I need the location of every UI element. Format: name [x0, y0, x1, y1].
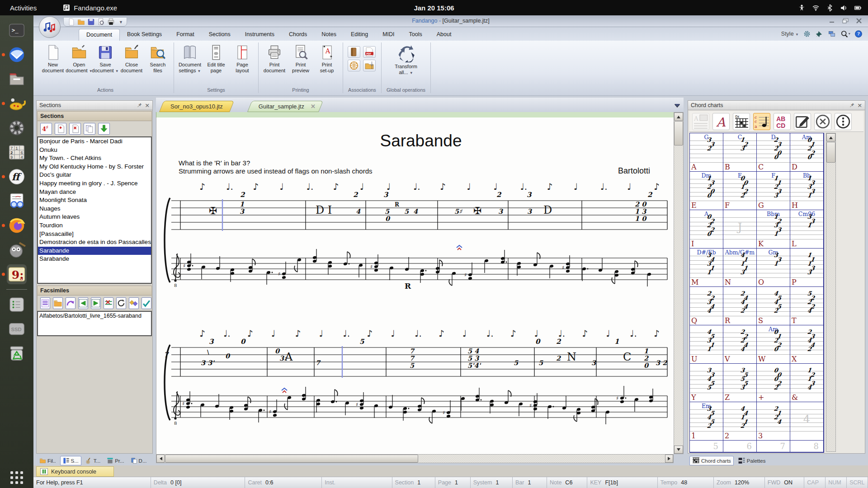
edit-icon[interactable] — [794, 113, 811, 130]
print-preview-button[interactable]: Printpreview — [288, 43, 314, 86]
facsimile-item[interactable]: Alfabetos/Bartolotti_livre_1655-saraband — [38, 312, 151, 320]
remove-list-icon[interactable] — [104, 297, 113, 309]
binder-icon[interactable] — [348, 46, 360, 58]
window-titlebar[interactable]: Fandango - [Guitar_sample.jtz] — [33, 15, 868, 27]
chord-cell-ghost[interactable]: 7 — [757, 441, 790, 452]
section-item[interactable]: Demostracion de esta in dos Passacalles — [38, 238, 151, 247]
chord-scrollbar-thumb[interactable] — [826, 142, 835, 163]
notes-doc-icon[interactable] — [40, 297, 50, 309]
chord-cell-C[interactable]: C123B — [723, 133, 757, 171]
print-document-button[interactable]: Printdocument — [261, 43, 288, 86]
panel-tab-s[interactable]: S... — [60, 456, 81, 465]
chord-cell-ghost[interactable]: 5 — [690, 441, 723, 452]
score-canvas[interactable]: SarabandeWhat is the 'R' in bar 3?Strumm… — [156, 117, 674, 454]
panel-tab-t[interactable]: T... — [83, 456, 103, 465]
qat-save-icon[interactable] — [87, 18, 95, 26]
chord-cell-Bb[interactable]: Bb13331H — [790, 172, 824, 210]
chord-cell[interactable]: 45311U — [690, 325, 723, 363]
chord-cell[interactable]: 00022+ — [757, 364, 790, 402]
chord-panel-tab-chord-charts[interactable]: Chord charts — [689, 456, 734, 465]
chord-cell-ghost[interactable]: 6 — [723, 441, 757, 452]
section-item[interactable]: Happy meeting in glory . - J. Spence — [38, 179, 151, 188]
horizontal-scrollbar[interactable] — [156, 454, 674, 463]
chord-cell-Cm96[interactable]: Cm96331L — [790, 210, 824, 248]
section-item[interactable]: Sarabande — [38, 247, 151, 255]
document-settings-button[interactable]: Documentsettings ▼ — [177, 43, 203, 86]
focused-app-title[interactable]: Fandango.exe — [63, 4, 117, 12]
section-item[interactable]: Tourdion — [38, 221, 151, 230]
quick-access-toolbar[interactable]: ▼ — [63, 17, 127, 27]
chord-cell[interactable]: 22244V — [723, 325, 757, 363]
chord-cell[interactable]: 12134& — [790, 364, 824, 402]
edittitle-page-button[interactable]: Edit titlepage — [203, 43, 229, 86]
dock-reader[interactable] — [0, 189, 33, 213]
ribbon-tab-book-settings[interactable]: Book Settings — [120, 29, 169, 41]
chord-cell[interactable]: 23442X — [790, 325, 824, 363]
help-icon[interactable]: ? — [854, 30, 863, 38]
chord-cell-Dm[interactable]: Dm13200E — [690, 172, 723, 210]
close-tab-icon[interactable]: ✕ — [311, 103, 316, 110]
ribbon-tab-chords[interactable]: Chords — [282, 29, 314, 41]
dock-lamp[interactable] — [0, 91, 33, 116]
maximize-button[interactable] — [841, 17, 850, 24]
section-item[interactable]: Mayan dance — [38, 188, 151, 197]
chord-cell-Am[interactable]: Am01220W — [757, 325, 790, 363]
dock-trash[interactable] — [0, 341, 33, 366]
chord-panel-tab-palettes[interactable]: Palettes — [736, 456, 768, 465]
chord-cell[interactable]: 45452S — [757, 287, 790, 325]
gear-icon[interactable] — [803, 30, 811, 38]
chord-cell[interactable]: 4 — [790, 402, 824, 440]
keyboard-console-tab[interactable]: Keyboard console — [36, 466, 114, 477]
panel-tab-pr[interactable]: Pr... — [104, 456, 126, 465]
qat-print-icon[interactable] — [107, 18, 115, 26]
prev-icon[interactable] — [78, 297, 88, 309]
pin-panel-icon[interactable]: 📌︎ — [849, 102, 855, 108]
dock-terminal[interactable]: >_ — [0, 18, 33, 42]
accessibility-icon[interactable] — [798, 4, 806, 12]
close-panel-icon[interactable]: ✕ — [145, 102, 150, 109]
wifi-icon[interactable] — [812, 4, 820, 12]
pin-panel-icon[interactable]: 📌︎ — [137, 102, 142, 108]
score-page[interactable]: SarabandeWhat is the 'R' in bar 3?Strumm… — [156, 117, 674, 454]
section-item[interactable]: Sarabande — [38, 255, 151, 263]
ribbon-tab-tools[interactable]: Tools — [402, 29, 429, 41]
chord-scrollbar[interactable] — [826, 133, 836, 452]
chord-cell-AbmGm[interactable]: Abm/G#m41113N — [723, 249, 757, 286]
fretboard-icon[interactable]: 0x — [733, 113, 750, 130]
battery-icon[interactable] — [854, 4, 862, 12]
dock-settings[interactable] — [0, 116, 33, 140]
ribbon-tab-sections[interactable]: Sections — [202, 29, 238, 41]
chord-cell-G[interactable]: G332A — [690, 133, 723, 171]
section-item[interactable]: Moonlight Sonata — [38, 196, 151, 205]
search-icon[interactable] — [840, 30, 850, 38]
open-document-button[interactable]: Opendocument ▼ — [66, 43, 92, 86]
section-item[interactable]: [Passacaille] — [38, 230, 151, 239]
ribbon-tab-editing[interactable]: Editing — [344, 29, 375, 41]
section-item[interactable]: Bonjour de Paris - Marcel Dadi — [38, 137, 151, 146]
qat-open-icon[interactable] — [77, 18, 85, 26]
close-document-button[interactable]: Closedocument — [118, 43, 145, 86]
section-item[interactable]: My Town. - Chet Atkins — [38, 154, 151, 163]
chord-cell[interactable]: J — [723, 210, 757, 248]
dock-package[interactable] — [0, 292, 33, 317]
chord-cell[interactable]: 24442R — [723, 287, 757, 325]
shapes-icon[interactable] — [129, 297, 139, 309]
options-circle-icon[interactable] — [835, 113, 852, 130]
qat-new-icon[interactable] — [67, 18, 75, 26]
delete-section-icon[interactable] — [69, 123, 81, 135]
chord-panel-titlebar[interactable]: Chord charts 📌︎ ✕ — [688, 100, 865, 110]
panel-tab-fil[interactable]: Fil.. — [37, 456, 58, 465]
section-item[interactable]: Onuku — [38, 146, 151, 155]
open-folder-icon[interactable] — [53, 297, 63, 309]
renumber-icon[interactable]: 4♯ — [40, 123, 52, 135]
next-icon[interactable] — [91, 297, 101, 309]
qat-customize-dropdown[interactable]: ▼ — [119, 20, 123, 24]
new-document-button[interactable]: Newdocument — [40, 43, 66, 86]
volume-icon[interactable] — [840, 4, 848, 12]
chord-cell-Bbm[interactable]: Bbm12331K — [757, 210, 790, 248]
alfabeto-icon[interactable]: cca — [753, 113, 770, 130]
chord-cell-DEb[interactable]: D#/Eb34311M — [690, 249, 723, 286]
horizontal-scrollbar-thumb[interactable] — [165, 455, 418, 463]
tab-list-dropdown[interactable] — [673, 101, 682, 109]
ribbon-tab-about[interactable]: About — [429, 29, 459, 41]
